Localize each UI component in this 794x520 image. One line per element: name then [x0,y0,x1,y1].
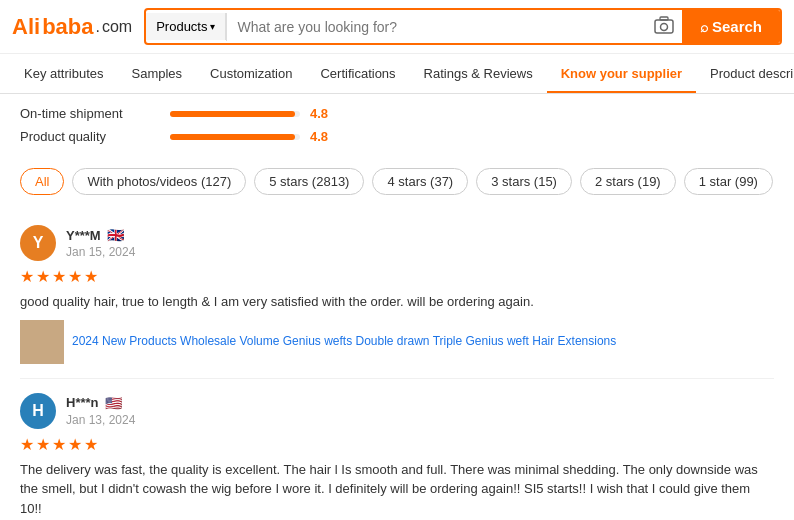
filter-chip-3stars[interactable]: 3 stars (15) [476,168,572,195]
star-rating: ★ ★ ★ ★ ★ [20,435,774,454]
review-date: Jan 15, 2024 [66,245,135,259]
rating-value-quality: 4.8 [310,129,328,144]
filter-chip-2stars[interactable]: 2 stars (19) [580,168,676,195]
star-2: ★ [36,267,50,286]
filter-chip-photos[interactable]: With photos/videos (127) [72,168,246,195]
review-text: The delivery was fast, the quality is ex… [20,460,774,519]
search-button[interactable]: ⌕ Search [682,10,780,43]
reviewer-header: H H***n 🇺🇸 Jan 13, 2024 [20,393,774,429]
reviews-section: Y Y***M 🇬🇧 Jan 15, 2024 ★ ★ ★ ★ ★ good q… [0,203,794,520]
nav-tabs: Key attributes Samples Customization Cer… [0,54,794,94]
rating-bar-bg-shipment [170,111,300,117]
star-1: ★ [20,435,34,454]
header: Alibaba.com Products ▾ ⌕ Search [0,0,794,54]
flag-icon: 🇬🇧 [107,227,124,243]
filter-chip-4stars[interactable]: 4 stars (37) [372,168,468,195]
chevron-down-icon: ▾ [210,21,215,32]
search-button-label: Search [712,18,762,35]
star-2: ★ [36,435,50,454]
search-area: Products ▾ ⌕ Search [144,8,782,45]
filter-chip-5stars[interactable]: 5 stars (2813) [254,168,364,195]
review-card: H H***n 🇺🇸 Jan 13, 2024 ★ ★ ★ ★ ★ The de… [20,379,774,521]
search-dropdown-label: Products [156,19,207,34]
reviewer-name: H***n [66,395,99,410]
logo: Alibaba.com [12,14,132,40]
product-thumbnail [20,320,64,364]
camera-icon[interactable] [646,10,682,43]
tab-know-supplier[interactable]: Know your supplier [547,54,696,93]
rating-bar-fill-shipment [170,111,295,117]
search-dropdown[interactable]: Products ▾ [146,13,226,40]
tab-certifications[interactable]: Certifications [306,54,409,93]
avatar-letter: Y [33,234,44,252]
filter-chips: All With photos/videos (127) 5 stars (28… [0,160,794,203]
star-5: ★ [84,435,98,454]
rating-label-shipment: On-time shipment [20,106,160,121]
tab-key-attributes[interactable]: Key attributes [10,54,118,93]
reviewer-info: Y***M 🇬🇧 Jan 15, 2024 [66,227,135,259]
avatar: Y [20,225,56,261]
review-date: Jan 13, 2024 [66,413,135,427]
star-1: ★ [20,267,34,286]
product-link: 2024 New Products Wholesale Volume Geniu… [20,320,774,364]
reviewer-header: Y Y***M 🇬🇧 Jan 15, 2024 [20,225,774,261]
star-5: ★ [84,267,98,286]
search-icon: ⌕ [700,19,708,35]
rating-row-shipment: On-time shipment 4.8 [20,106,774,121]
star-4: ★ [68,435,82,454]
logo-dot: . [95,18,99,36]
filter-chip-all[interactable]: All [20,168,64,195]
reviewer-name-row: Y***M 🇬🇧 [66,227,135,243]
svg-rect-2 [660,17,668,20]
search-input[interactable] [227,13,645,41]
star-4: ★ [68,267,82,286]
tab-ratings-reviews[interactable]: Ratings & Reviews [410,54,547,93]
rating-row-quality: Product quality 4.8 [20,129,774,144]
product-link-text[interactable]: 2024 New Products Wholesale Volume Geniu… [72,333,616,350]
rating-label-quality: Product quality [20,129,160,144]
logo-text-baba: baba [42,14,93,40]
logo-text-alibaba: Ali [12,14,40,40]
logo-com: com [102,18,132,36]
flag-icon: 🇺🇸 [105,395,122,411]
tab-samples[interactable]: Samples [118,54,197,93]
star-3: ★ [52,435,66,454]
reviewer-name-row: H***n 🇺🇸 [66,395,135,411]
rating-bar-bg-quality [170,134,300,140]
svg-point-1 [660,24,667,31]
rating-value-shipment: 4.8 [310,106,328,121]
review-text: good quality hair, true to length & I am… [20,292,774,312]
star-3: ★ [52,267,66,286]
tab-customization[interactable]: Customization [196,54,306,93]
reviewer-info: H***n 🇺🇸 Jan 13, 2024 [66,395,135,427]
reviewer-name: Y***M [66,228,101,243]
avatar: H [20,393,56,429]
filter-chip-1star[interactable]: 1 star (99) [684,168,773,195]
avatar-letter: H [32,402,44,420]
rating-bar-fill-quality [170,134,295,140]
tab-product-descr[interactable]: Product descri... [696,54,794,93]
ratings-section: On-time shipment 4.8 Product quality 4.8 [0,94,794,160]
review-card: Y Y***M 🇬🇧 Jan 15, 2024 ★ ★ ★ ★ ★ good q… [20,211,774,379]
star-rating: ★ ★ ★ ★ ★ [20,267,774,286]
